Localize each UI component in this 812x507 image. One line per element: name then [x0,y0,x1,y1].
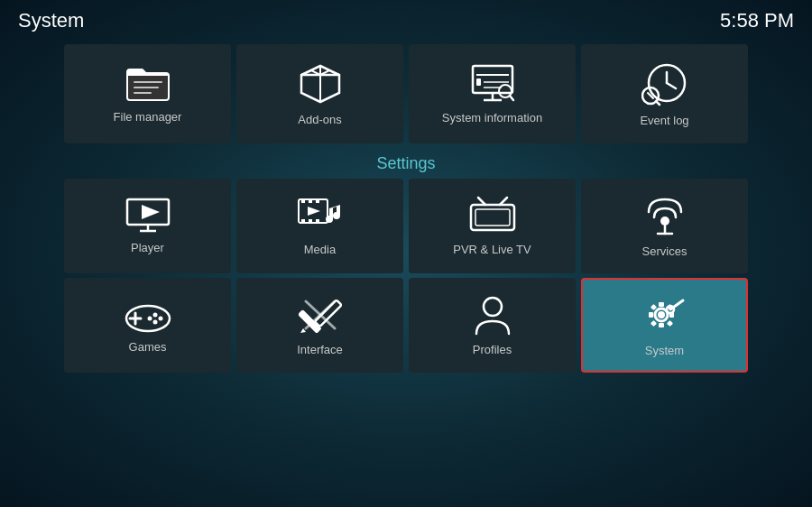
services-label: Services [642,244,687,258]
file-manager-icon [125,65,171,103]
event-log-icon [641,61,688,106]
pvr-live-tv-label: PVR & Live TV [453,243,531,256]
clock: 5:58 PM [720,9,794,32]
system-information-item[interactable]: System information [409,44,576,143]
games-icon [125,297,171,333]
media-label: Media [304,243,336,256]
svg-rect-36 [475,209,510,226]
interface-label: Interface [297,343,343,356]
svg-rect-54 [659,302,664,307]
interface-icon [299,294,342,336]
games-label: Games [129,340,167,354]
page-title: System [18,9,84,32]
games-item[interactable]: Games [64,278,231,373]
svg-rect-60 [650,320,656,327]
svg-rect-56 [649,312,653,318]
svg-point-37 [660,217,669,226]
media-item[interactable]: Media [236,179,403,273]
profiles-icon [473,294,512,336]
settings-grid: Player Media [0,179,812,373]
media-icon [297,196,344,235]
svg-rect-55 [659,323,664,327]
settings-row-2: Games Interface [18,278,794,373]
system-label: System [645,344,684,357]
svg-line-20 [656,101,660,105]
svg-rect-0 [134,81,162,83]
svg-rect-26 [301,199,305,203]
player-icon [125,198,171,234]
settings-row-1: Player Media [18,179,794,273]
svg-rect-2 [134,92,152,94]
svg-rect-1 [134,87,159,88]
svg-point-44 [158,317,162,321]
add-ons-label: Add-ons [298,113,341,126]
pvr-live-tv-item[interactable]: PVR & Live TV [409,179,576,273]
system-item[interactable]: System [581,278,748,373]
add-ons-item[interactable]: Add-ons [236,44,403,143]
services-item[interactable]: Services [581,179,748,273]
event-log-item[interactable]: Event log [581,44,748,143]
svg-line-63 [670,300,683,309]
svg-point-46 [147,317,152,321]
svg-rect-28 [316,199,319,203]
svg-rect-58 [650,304,656,310]
system-information-icon [469,64,516,104]
profiles-label: Profiles [473,343,512,356]
top-items-row: File manager Add-ons [0,41,812,147]
profiles-item[interactable]: Profiles [409,278,576,373]
svg-line-14 [510,96,513,100]
svg-rect-29 [301,219,305,223]
svg-rect-27 [309,199,312,203]
svg-line-17 [667,83,676,88]
player-item[interactable]: Player [64,179,231,273]
svg-marker-32 [308,207,320,216]
svg-rect-31 [316,219,319,223]
app-header: System 5:58 PM [0,0,812,41]
svg-point-52 [484,298,502,316]
pvr-icon [469,196,516,235]
svg-marker-22 [142,205,160,219]
file-manager-item[interactable]: File manager [64,44,231,143]
system-information-label: System information [442,111,542,124]
add-ons-icon [298,62,343,106]
settings-section-header: Settings [0,147,812,179]
svg-point-45 [152,320,157,325]
interface-item[interactable]: Interface [236,278,403,373]
svg-rect-61 [666,320,672,327]
file-manager-label: File manager [114,110,182,124]
svg-rect-10 [476,78,481,86]
svg-point-62 [658,311,665,318]
services-icon [641,194,688,237]
player-label: Player [131,241,164,254]
event-log-label: Event log [640,114,688,127]
svg-rect-33 [471,205,514,230]
svg-rect-30 [309,219,312,223]
system-icon [641,293,688,336]
svg-point-43 [152,313,157,318]
